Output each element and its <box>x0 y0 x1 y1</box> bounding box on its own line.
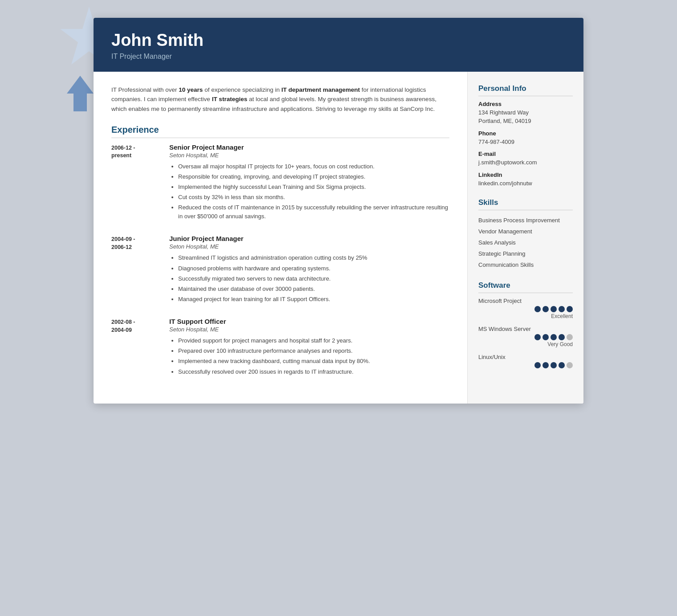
exp-bullet-item: Implemented a new tracking dashboard, cu… <box>178 357 449 366</box>
exp-bullet-item: Reduced the costs of IT maintenance in 2… <box>178 203 449 221</box>
summary-text: IT Professional with over 10 years of ex… <box>111 85 449 114</box>
software-rating <box>478 362 573 368</box>
skills-section: Skills Business Process ImprovementVendo… <box>478 198 573 270</box>
dot-filled <box>551 334 557 340</box>
resume-body: IT Professional with over 10 years of ex… <box>94 72 583 404</box>
exp-date: 2002-08 -2004-09 <box>111 318 160 378</box>
experience-section-title: Experience <box>111 125 449 138</box>
exp-details: IT Support OfficerSeton Hospital, MEProv… <box>169 318 449 378</box>
exp-bullet-item: Successfully resolved over 200 issues in… <box>178 367 449 376</box>
exp-bullet-item: Implemented the highly successful Lean T… <box>178 183 449 192</box>
software-rating-label: Excellent <box>551 313 573 319</box>
sidebar: Personal Info Address 134 Rightward Way … <box>468 72 583 404</box>
candidate-title: IT Project Manager <box>111 53 566 61</box>
software-title: Software <box>478 281 573 293</box>
exp-bullets: Streamlined IT logistics and administrat… <box>169 253 449 304</box>
dot-empty <box>567 334 573 340</box>
candidate-name: John Smith <box>111 31 566 50</box>
exp-bullet-item: Responsible for creating, improving, and… <box>178 172 449 181</box>
skill-item: Communication Skills <box>478 259 573 270</box>
dot-filled <box>559 362 565 368</box>
svg-marker-1 <box>67 76 94 111</box>
dot-empty <box>567 362 573 368</box>
exp-bullet-item: Cut costs by 32% in less than six months… <box>178 193 449 202</box>
dot-filled <box>542 334 549 340</box>
experience-section: Experience 2006-12 -presentSenior Projec… <box>111 125 449 378</box>
address-line1: 134 Rightward Way <box>478 108 573 117</box>
exp-bullet-item: Streamlined IT logistics and administrat… <box>178 253 449 262</box>
linkedin-label: LinkedIn <box>478 171 573 178</box>
dot-filled <box>567 306 573 312</box>
software-section: Software Microsoft ProjectExcellentMS Wi… <box>478 281 573 368</box>
dot-filled <box>534 362 541 368</box>
software-item: Microsoft ProjectExcellent <box>478 298 573 319</box>
experience-items-container: 2006-12 -presentSenior Project ManagerSe… <box>111 143 449 378</box>
dot-filled <box>542 306 549 312</box>
exp-job-title: Senior Project Manager <box>169 143 449 151</box>
phone-label: Phone <box>478 130 573 137</box>
personal-info-section: Personal Info Address 134 Rightward Way … <box>478 84 573 188</box>
address-line2: Portland, ME, 04019 <box>478 117 573 126</box>
skill-item: Sales Analysis <box>478 237 573 248</box>
exp-company: Seton Hospital, ME <box>169 243 449 250</box>
exp-bullets: Provided support for project managers an… <box>169 336 449 376</box>
software-name: MS Windows Server <box>478 326 573 332</box>
software-item: Linux/Unix <box>478 354 573 368</box>
exp-date: 2004-09 -2006-12 <box>111 235 160 305</box>
skill-item: Vendor Management <box>478 226 573 237</box>
dot-filled <box>534 306 541 312</box>
decorative-arrow <box>67 76 94 111</box>
experience-item: 2002-08 -2004-09IT Support OfficerSeton … <box>111 318 449 378</box>
skills-container: Business Process ImprovementVendor Manag… <box>478 215 573 270</box>
software-dots <box>534 306 573 312</box>
software-rating: Very Good <box>478 334 573 347</box>
dot-filled <box>534 334 541 340</box>
exp-bullet-item: Diagnosed problems with hardware and ope… <box>178 264 449 273</box>
exp-bullet-item: Maintained the user database of over 300… <box>178 285 449 294</box>
software-dots <box>534 362 573 368</box>
exp-details: Senior Project ManagerSeton Hospital, ME… <box>169 143 449 223</box>
software-rating: Excellent <box>478 306 573 319</box>
email-label: E-mail <box>478 151 573 157</box>
address-label: Address <box>478 101 573 107</box>
dot-filled <box>559 334 565 340</box>
resume-header: John Smith IT Project Manager <box>94 18 583 72</box>
exp-job-title: Junior Project Manager <box>169 235 449 242</box>
dot-filled <box>559 306 565 312</box>
experience-item: 2006-12 -presentSenior Project ManagerSe… <box>111 143 449 223</box>
software-container: Microsoft ProjectExcellentMS Windows Ser… <box>478 298 573 368</box>
software-name: Linux/Unix <box>478 354 573 360</box>
exp-job-title: IT Support Officer <box>169 318 449 325</box>
exp-company: Seton Hospital, ME <box>169 152 449 159</box>
exp-bullet-item: Provided support for project managers an… <box>178 336 449 345</box>
resume-card: John Smith IT Project Manager IT Profess… <box>94 18 583 404</box>
personal-info-title: Personal Info <box>478 84 573 96</box>
exp-bullet-item: Oversaw all major hospital IT projects f… <box>178 162 449 171</box>
exp-bullet-item: Managed project for lean training for al… <box>178 295 449 304</box>
skill-item: Business Process Improvement <box>478 215 573 226</box>
phone-value: 774-987-4009 <box>478 138 573 147</box>
exp-company: Seton Hospital, ME <box>169 326 449 333</box>
software-name: Microsoft Project <box>478 298 573 304</box>
software-rating-label: Very Good <box>547 341 573 347</box>
dot-filled <box>551 362 557 368</box>
experience-item: 2004-09 -2006-12Junior Project ManagerSe… <box>111 235 449 305</box>
skills-title: Skills <box>478 198 573 210</box>
page-wrapper: John Smith IT Project Manager IT Profess… <box>94 18 583 404</box>
email-value: j.smith@uptowork.com <box>478 158 573 167</box>
main-content: IT Professional with over 10 years of ex… <box>94 72 468 404</box>
exp-details: Junior Project ManagerSeton Hospital, ME… <box>169 235 449 305</box>
dot-filled <box>542 362 549 368</box>
exp-date: 2006-12 -present <box>111 143 160 223</box>
exp-bullet-item: Successfully migrated two servers to new… <box>178 274 449 283</box>
software-dots <box>534 334 573 340</box>
skill-item: Strategic Planning <box>478 248 573 259</box>
exp-bullets: Oversaw all major hospital IT projects f… <box>169 162 449 221</box>
dot-filled <box>551 306 557 312</box>
linkedin-value: linkedin.com/johnutw <box>478 179 573 188</box>
software-item: MS Windows ServerVery Good <box>478 326 573 347</box>
exp-bullet-item: Prepared over 100 infrastructure perform… <box>178 347 449 355</box>
